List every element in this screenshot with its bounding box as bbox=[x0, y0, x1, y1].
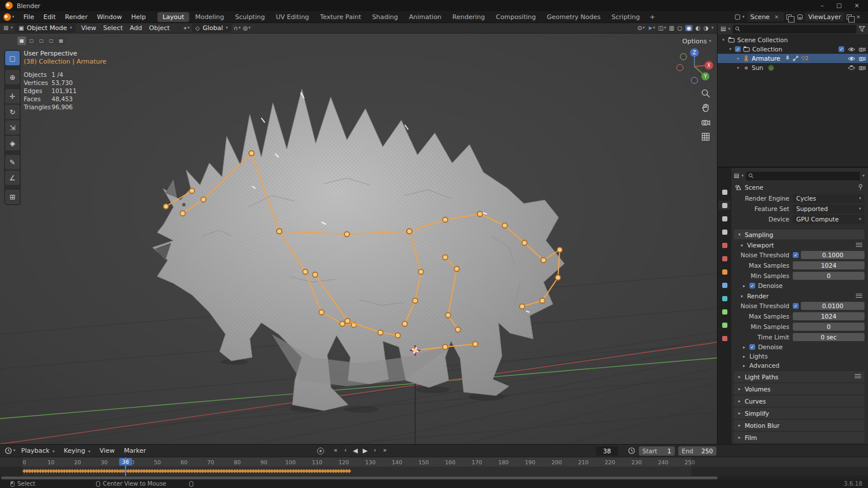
presets-icon[interactable] bbox=[855, 374, 861, 379]
editor-type-icon[interactable]: ⊞ bbox=[3, 25, 8, 31]
presets-icon[interactable] bbox=[856, 243, 862, 248]
camera-view-icon[interactable] bbox=[700, 117, 711, 127]
unlink-scene-icon[interactable]: × bbox=[773, 13, 781, 20]
render-time-limit-value[interactable]: 0 sec bbox=[793, 333, 865, 341]
select-mode-new[interactable]: ▦ bbox=[17, 36, 26, 45]
outliner-row-collection[interactable]: ▾ ✓ Collection ✓ bbox=[718, 45, 868, 54]
properties-search-input[interactable] bbox=[756, 173, 858, 179]
properties-tab-view-layer[interactable] bbox=[719, 227, 730, 236]
gizmo-neg-x-axis[interactable] bbox=[677, 65, 683, 71]
section-film[interactable]: ▸Film bbox=[734, 432, 865, 443]
3d-viewport[interactable]: ⊞ ▾ ▣ Object Mode ▾ ViewSelectAddObject … bbox=[0, 23, 718, 444]
properties-tab-object-data[interactable] bbox=[719, 320, 730, 330]
menu-window[interactable]: Window bbox=[92, 12, 126, 22]
move-tool[interactable]: ✛ bbox=[5, 89, 20, 103]
select-mode-intersect[interactable]: ▦ bbox=[57, 36, 65, 45]
properties-tab-object[interactable] bbox=[719, 267, 730, 276]
shading-wireframe-button[interactable]: ○ bbox=[678, 25, 683, 31]
section-light-paths[interactable]: ▸Light Paths bbox=[734, 371, 865, 382]
lights-subpanel-header[interactable]: ▸ Lights bbox=[734, 352, 865, 361]
play-reverse-button[interactable]: ◀ bbox=[351, 446, 359, 455]
timeline-body[interactable]: 0102030405060708090100110120130140150160… bbox=[0, 457, 868, 476]
jump-to-end-button[interactable]: » bbox=[381, 446, 389, 455]
filter-funnel-icon[interactable] bbox=[859, 26, 865, 32]
cursor-tool[interactable]: ⊕ bbox=[5, 70, 20, 84]
collection-enable-checkbox[interactable]: ✓ bbox=[735, 46, 741, 52]
options-dropdown[interactable]: Options ▾ bbox=[682, 38, 711, 45]
transform-pivot-button[interactable]: ⌖▾ bbox=[183, 25, 189, 32]
close-button[interactable]: × bbox=[855, 2, 859, 9]
gizmo-neg-y-axis[interactable] bbox=[681, 54, 687, 60]
select-mode-invert[interactable]: ▢ bbox=[47, 36, 56, 45]
menu-render[interactable]: Render bbox=[60, 12, 92, 22]
render-denoise-header[interactable]: ▸ ✓ Denoise bbox=[734, 342, 865, 352]
menu-edit[interactable]: Edit bbox=[39, 12, 60, 22]
workspace-tab-shading[interactable]: Shading bbox=[367, 12, 403, 22]
outliner-row-scene-collection[interactable]: ▾ Scene Collection bbox=[718, 35, 868, 45]
play-button[interactable]: ▶ bbox=[361, 446, 369, 455]
section-simplify[interactable]: ▸Simplify bbox=[734, 408, 865, 419]
transform-tool[interactable]: ◈ bbox=[5, 136, 20, 150]
viewport-noise-threshold-value[interactable]: 0.1000 bbox=[801, 251, 865, 259]
workspace-tab-geometry-nodes[interactable]: Geometry Nodes bbox=[542, 12, 606, 22]
pin-icon[interactable] bbox=[858, 184, 863, 191]
timeline-menu-view[interactable]: View bbox=[95, 446, 119, 456]
render-min-samples-value[interactable]: 0 bbox=[793, 323, 865, 331]
disable-in-renders-camera-icon[interactable] bbox=[859, 47, 866, 52]
hide-in-viewport-eye-icon[interactable] bbox=[848, 47, 855, 52]
select-mode-extend[interactable]: ▢ bbox=[27, 36, 36, 45]
outliner-search-input[interactable] bbox=[742, 26, 854, 32]
preview-range-clock-icon[interactable] bbox=[628, 447, 635, 456]
properties-tab-tool[interactable] bbox=[719, 187, 730, 197]
menu-file[interactable]: File bbox=[19, 12, 39, 22]
shading-rendered-button[interactable]: ◑ bbox=[704, 25, 709, 31]
workspace-tab-layout[interactable]: Layout bbox=[157, 12, 189, 22]
viewport-canvas[interactable]: ▦ ▢ ▢ ▢ ▦ Options ▾ ▢⊕✛↻⇲◈✎∠⊞ User Persp… bbox=[0, 34, 717, 444]
workspace-tab-scripting[interactable]: Scripting bbox=[606, 12, 645, 22]
render-engine-dropdown[interactable]: Cycles▾ bbox=[793, 194, 865, 203]
zoom-icon[interactable] bbox=[700, 88, 711, 98]
sampling-viewport-header[interactable]: ▾ Viewport bbox=[734, 241, 865, 250]
presets-icon[interactable] bbox=[856, 294, 862, 299]
current-frame-badge[interactable]: 38 bbox=[119, 458, 132, 465]
workspace-tab-modeling[interactable]: Modeling bbox=[190, 12, 229, 22]
add-workspace-button[interactable]: + bbox=[646, 12, 659, 22]
maximize-button[interactable]: □ bbox=[836, 2, 841, 9]
select-mode-subtract[interactable]: ▢ bbox=[37, 36, 46, 45]
jump-to-start-button[interactable]: « bbox=[332, 446, 340, 455]
next-keyframe-button[interactable]: › bbox=[371, 446, 379, 455]
menu-help[interactable]: Help bbox=[127, 12, 150, 22]
device-dropdown[interactable]: GPU Compute▾ bbox=[793, 215, 865, 224]
new-scene-button[interactable] bbox=[786, 14, 792, 20]
chevron-down-icon[interactable]: ▾ bbox=[862, 174, 865, 178]
workspace-tab-animation[interactable]: Animation bbox=[404, 12, 447, 22]
render-noise-threshold-checkbox[interactable]: ✓ bbox=[793, 303, 799, 309]
section-volumes[interactable]: ▸Volumes bbox=[734, 383, 865, 394]
navigation-gizmo[interactable]: Z X Y bbox=[674, 46, 715, 87]
sampling-render-header[interactable]: ▾ Render bbox=[734, 291, 865, 301]
timeline-editor-icon[interactable] bbox=[5, 447, 12, 454]
scale-tool[interactable]: ⇲ bbox=[5, 120, 20, 135]
render-max-samples-value[interactable]: 1024 bbox=[793, 312, 865, 320]
auto-keying-record-icon[interactable] bbox=[317, 448, 324, 454]
timeline-menu-keying[interactable]: Keying ▾ bbox=[59, 446, 95, 456]
new-view-layer-button[interactable] bbox=[847, 14, 852, 20]
render-denoise-checkbox[interactable]: ✓ bbox=[749, 344, 755, 350]
properties-tab-texture[interactable] bbox=[719, 334, 730, 343]
toggle-xray-button[interactable]: ▥ bbox=[669, 25, 674, 31]
snapping-button[interactable]: ∩▾ bbox=[234, 25, 241, 31]
app-menu-button[interactable]: ▾ bbox=[3, 13, 14, 21]
collection-include-checkbox[interactable]: ✓ bbox=[838, 46, 844, 52]
outliner-editor-icon[interactable]: ▤ bbox=[720, 26, 726, 32]
shading-solid-button[interactable]: ◉ bbox=[685, 25, 693, 31]
shading-dropdown-icon[interactable]: ▾ bbox=[711, 26, 713, 30]
view-layer-selector[interactable]: ViewLayer bbox=[805, 12, 845, 21]
show-gizmo-button[interactable]: ➤▾ bbox=[648, 25, 655, 31]
properties-editor-icon[interactable]: ▤ bbox=[734, 173, 739, 179]
current-frame-field[interactable]: 38 bbox=[596, 446, 618, 456]
sampling-panel-header[interactable]: ▾ Sampling bbox=[734, 230, 865, 239]
measure-tool[interactable]: ∠ bbox=[5, 171, 20, 185]
properties-tab-physics[interactable] bbox=[719, 307, 730, 316]
viewport-menu-view[interactable]: View bbox=[78, 24, 100, 32]
properties-tab-world[interactable] bbox=[719, 254, 730, 263]
